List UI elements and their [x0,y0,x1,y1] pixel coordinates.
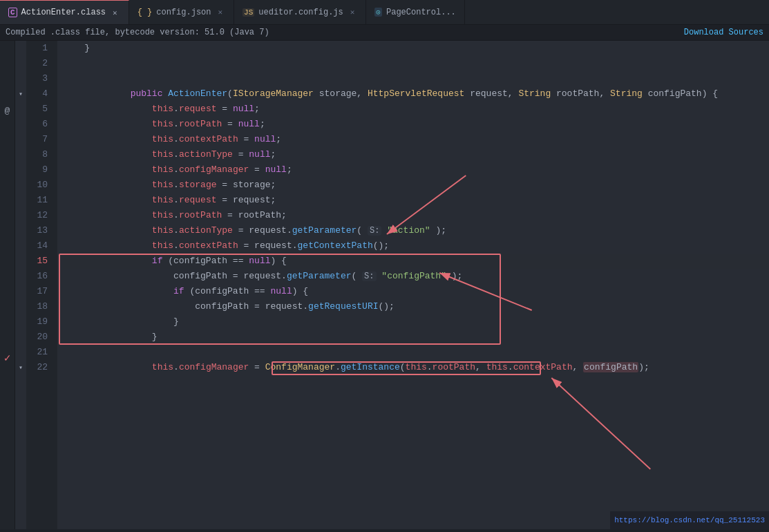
tab-close-icon[interactable]: ✕ [110,7,120,19]
code-line-19: } [63,314,769,330]
code-line-2 [63,56,769,71]
code-content[interactable]: } public ActionEnter(IStorageManager sto… [57,41,769,529]
tab-page-controller[interactable]: ⊙ PageControl... [366,0,464,24]
status-url: https://blog.csdn.net/qq_25112523 [610,511,769,529]
info-text: Compiled .class file, bytecode version: … [6,28,269,37]
tab-class-icon: C [8,8,17,17]
tab-ueditor-config[interactable]: JS ueditor.config.js ✕ [234,0,366,24]
tab-label-4: PageControl... [386,8,456,17]
bookmark-icon[interactable]: @ [5,106,10,116]
tab-close-icon-2[interactable]: ✕ [215,6,225,18]
tab-json-icon: { } [137,8,153,17]
tab-page-icon: ⊙ [374,8,382,17]
code-line-22: this.configManager = ConfigManager.getIn… [63,360,769,375]
line-numbers: 1 2 3 4 5 6 7 8 9 10 11 12 13 14 15 16 1… [26,41,57,529]
fold-icon-constructor[interactable]: ▾ [15,86,26,102]
tab-js-icon: JS [243,8,254,17]
svg-line-3 [551,378,650,469]
code-line-1: } [63,41,769,56]
download-sources-link[interactable]: Download Sources [684,28,763,37]
editor-container: @ ✓ ▾ ▾ 1 2 3 4 5 6 7 8 9 10 11 12 13 14… [0,41,769,529]
info-bar: Compiled .class file, bytecode version: … [0,25,769,41]
tab-config-json[interactable]: { } config.json ✕ [129,0,234,24]
code-line-20: } [63,330,769,345]
tab-label-2: config.json [156,8,211,17]
tab-bar: C ActionEnter.class ✕ { } config.json ✕ … [0,0,769,25]
tab-label-3: ueditor.config.js [258,8,343,17]
tab-close-icon-3[interactable]: ✕ [348,6,358,18]
tab-action-enter[interactable]: C ActionEnter.class ✕ [0,0,129,24]
left-sidebar: @ ✓ [0,41,15,529]
error-marker-icon: ✓ [4,351,11,365]
fold-column: ▾ ▾ [15,41,26,529]
tab-label: ActionEnter.class [21,8,106,17]
fold-icon-2[interactable]: ▾ [15,360,26,375]
